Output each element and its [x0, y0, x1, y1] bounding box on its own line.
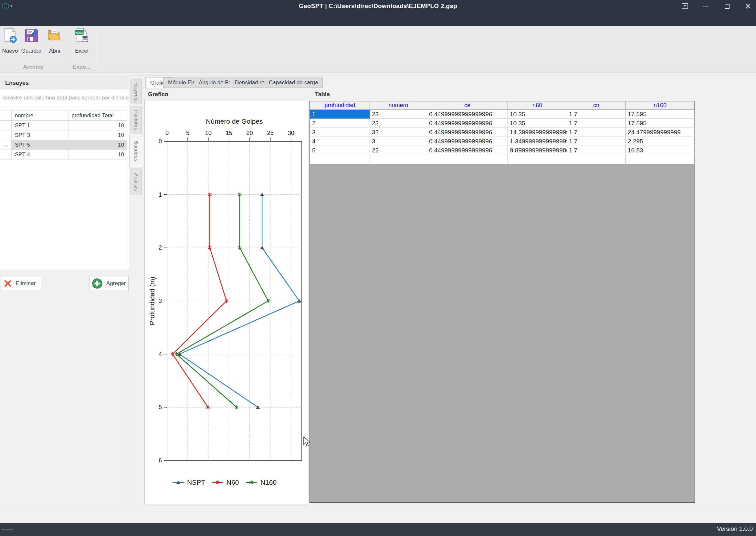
ensayes-cell-profundidad-total[interactable]: 10 — [69, 150, 126, 159]
tabla-cell[interactable]: 1 — [310, 110, 370, 119]
eliminar-button[interactable]: Eliminar — [1, 276, 41, 291]
tabla-cell[interactable]: 16.83 — [626, 146, 695, 155]
svg-text:1: 1 — [159, 191, 162, 198]
guardar-button[interactable]: Guardar — [19, 28, 43, 64]
tabla-cell[interactable]: 32 — [370, 128, 427, 137]
tabla-cell[interactable]: 17.595 — [626, 119, 695, 128]
row-selector-cell[interactable]: → — [0, 140, 12, 150]
sidetab-sondeos[interactable]: Sondeos — [129, 135, 142, 167]
svg-text:20: 20 — [246, 130, 253, 136]
maximize-button[interactable] — [721, 1, 733, 11]
status-message: ------- — [2, 527, 14, 532]
sidetab-proyecto[interactable]: Proyecto — [130, 79, 142, 104]
row-selector-cell[interactable] — [0, 150, 12, 159]
tabla-cell[interactable]: 4 — [310, 137, 370, 146]
tabla-cell[interactable] — [567, 155, 626, 164]
tabla-column-header-n160[interactable]: n160 — [626, 101, 695, 110]
tabla-row[interactable]: 2230.4499999999999999610.351.717.595 — [310, 119, 695, 128]
tabla-column-header-ce[interactable]: ce — [427, 101, 508, 110]
close-button[interactable] — [742, 1, 753, 11]
tabla-row[interactable]: 1230.4499999999999999610.351.717.595 — [310, 110, 695, 119]
tabla-cell[interactable]: 0.44999999999999996 — [427, 137, 508, 146]
tabla-cell[interactable]: 22 — [370, 146, 427, 155]
ribbon-tab-row: Inicio — [0, 13, 756, 26]
tabla-cell[interactable]: 10.35 — [508, 110, 567, 119]
svg-text:6: 6 — [159, 457, 162, 464]
ensayes-row[interactable]: SPT 410 — [0, 150, 126, 159]
tabla-cell[interactable]: 3 — [310, 128, 370, 137]
ensayes-row[interactable]: SPT 110 — [0, 121, 126, 130]
sidetab-factores[interactable]: Factores — [130, 107, 142, 134]
tabla-cell[interactable]: 1.3499999999999999 — [508, 137, 567, 146]
ensayes-cell-nombre[interactable]: SPT 5 — [12, 140, 69, 150]
excel-export-icon: XLSX — [74, 28, 89, 44]
fullscreen-button[interactable] — [679, 1, 690, 11]
tabla-cell[interactable]: 0.44999999999999996 — [427, 146, 508, 155]
window-title: GeoSPT | C:\Users\direc\Downloads\EJEMPL… — [0, 3, 756, 10]
tabla-cell[interactable]: 23 — [370, 110, 427, 119]
svg-text:5: 5 — [186, 130, 189, 136]
ensayes-cell-profundidad-total[interactable]: 10 — [69, 130, 126, 140]
ensayes-cell-profundidad-total[interactable]: 10 — [69, 140, 126, 150]
tabla-empty-row[interactable] — [310, 155, 695, 164]
tabla-cell[interactable]: 24.4799999999999... — [626, 128, 695, 137]
column-header-profundidad-total[interactable]: profundidad Total — [69, 111, 126, 120]
ribbon-group-expo: Expo... — [67, 64, 96, 72]
agregar-button[interactable]: Agregar — [89, 276, 128, 291]
tabla-cell[interactable] — [427, 155, 508, 164]
ensayes-cell-nombre[interactable]: SPT 1 — [12, 121, 69, 130]
tabla-cell[interactable]: 1.7 — [567, 110, 626, 119]
version-label: Version 1.0.0 — [717, 525, 753, 532]
tabla-column-header-profundidad[interactable]: profundidad — [310, 101, 370, 110]
tabla-cell[interactable]: 14.399999999999999 — [508, 128, 567, 137]
tabla-cell[interactable]: 2.295 — [626, 137, 695, 146]
tabla-cell[interactable]: 9.8999999999999986 — [508, 146, 567, 155]
ensayes-row[interactable]: →SPT 510 — [0, 140, 126, 150]
tabla-cell[interactable]: 1.7 — [567, 137, 626, 146]
tabla-cell[interactable]: 1.7 — [567, 128, 626, 137]
tabla-cell[interactable]: 1.7 — [567, 146, 626, 155]
minimize-button[interactable] — [701, 1, 711, 11]
tabla-cell[interactable]: 0.44999999999999996 — [427, 119, 508, 128]
tabla-cell[interactable]: 0.44999999999999996 — [427, 128, 508, 137]
sidetab-analisis[interactable]: Análisis — [130, 169, 142, 195]
spt-chart: Número de Golpes0510152025300123456Profu… — [145, 100, 308, 504]
tabla-cell[interactable] — [508, 155, 567, 164]
tabla-cell[interactable] — [370, 155, 427, 164]
tabla-cell[interactable]: 2 — [310, 119, 370, 128]
column-header-nombre[interactable]: nombre — [12, 111, 69, 120]
ensayes-grid: nombreprofundidad TotalSPT 110SPT 310→SP… — [0, 110, 126, 159]
tabla-row[interactable]: 5220.449999999999999969.8999999999999986… — [310, 146, 695, 155]
tabla-cell[interactable]: 1.7 — [567, 119, 626, 128]
tabla-cell[interactable] — [626, 155, 695, 164]
open-folder-icon — [48, 28, 62, 44]
ensayes-header-row: nombreprofundidad Total — [0, 110, 126, 121]
tabla-cell[interactable]: 10.35 — [508, 119, 567, 128]
ensayes-cell-profundidad-total[interactable]: 10 — [69, 121, 126, 130]
tabla-cell[interactable]: 0.44999999999999996 — [427, 110, 508, 119]
abrir-button[interactable]: Abrir — [44, 28, 66, 64]
tabla-row[interactable]: 430.449999999999999961.34999999999999991… — [310, 137, 695, 146]
tabla-column-header-n60[interactable]: n60 — [508, 101, 567, 110]
nuevo-button[interactable]: Nuevo — [1, 28, 19, 64]
ensayes-cell-nombre[interactable]: SPT 3 — [12, 130, 69, 140]
svg-text:NSPT: NSPT — [187, 479, 205, 486]
tabla-cell[interactable]: 3 — [370, 137, 427, 146]
tabla-cell[interactable] — [310, 155, 370, 164]
tabla-column-header-cn[interactable]: cn — [567, 101, 626, 110]
tabla-column-header-numero[interactable]: numero — [370, 101, 427, 110]
row-selector-cell[interactable] — [0, 130, 12, 140]
tabla-cell[interactable]: 23 — [370, 119, 427, 128]
svg-text:4: 4 — [159, 351, 162, 357]
tabla-row[interactable]: 3320.4499999999999999614.399999999999999… — [310, 128, 695, 137]
add-plus-icon — [92, 278, 102, 289]
ensayes-cell-nombre[interactable]: SPT 4 — [12, 150, 69, 159]
tab-capacidad-de-carga[interactable]: Capacidad de carga — [264, 78, 323, 88]
tabla-cell[interactable]: 5 — [310, 146, 370, 155]
row-selector-cell[interactable] — [0, 121, 12, 130]
ribbon-group-archivo: Archivo — [0, 64, 67, 72]
svg-text:0: 0 — [165, 130, 169, 136]
tabla-cell[interactable]: 17.595 — [626, 110, 695, 119]
excel-button[interactable]: XLSX Excel — [68, 28, 96, 64]
ensayes-row[interactable]: SPT 310 — [0, 130, 126, 140]
